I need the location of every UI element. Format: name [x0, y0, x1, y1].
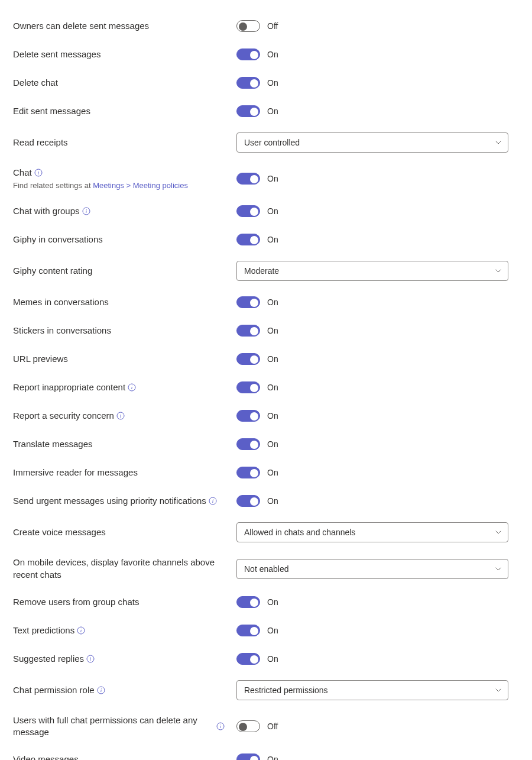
- toggle-remove-group-users[interactable]: [236, 596, 260, 608]
- setting-row-owners-delete-sent: Owners can delete sent messagesOff: [13, 12, 519, 40]
- info-icon[interactable]: i: [82, 207, 90, 215]
- toggle-chat[interactable]: [236, 173, 260, 185]
- setting-label: Send urgent messages using priority noti…: [13, 495, 225, 507]
- setting-label-col: Delete chat: [13, 77, 236, 89]
- setting-control-col: Restricted permissions: [236, 680, 519, 700]
- select-read-receipts[interactable]: User controlled: [236, 132, 508, 153]
- toggle-wrap: On: [236, 625, 278, 636]
- toggle-immersive-reader[interactable]: [236, 467, 260, 478]
- toggle-edit-sent[interactable]: [236, 105, 260, 117]
- setting-label: Chat permission rolei: [13, 684, 225, 696]
- setting-label: Create voice messages: [13, 526, 225, 538]
- select-voice-messages[interactable]: Allowed in chats and channels: [236, 522, 508, 542]
- setting-sublabel-prefix: Find related settings at: [13, 181, 93, 190]
- info-icon[interactable]: i: [97, 686, 105, 694]
- toggle-state-label: On: [267, 297, 278, 307]
- toggle-state-label: On: [267, 755, 278, 760]
- toggle-urgent-priority[interactable]: [236, 495, 260, 507]
- setting-label: Delete sent messages: [13, 48, 225, 60]
- setting-label-text: Suggested replies: [13, 653, 84, 665]
- toggle-full-perm-delete[interactable]: [236, 720, 260, 732]
- setting-label: Text predictionsi: [13, 625, 225, 636]
- setting-label: Report inappropriate contenti: [13, 381, 225, 393]
- toggle-state-label: On: [267, 411, 278, 421]
- setting-row-read-receipts: Read receiptsUser controlled: [13, 125, 519, 160]
- setting-label-col: Memes in conversations: [13, 296, 236, 308]
- toggle-chat-groups[interactable]: [236, 205, 260, 217]
- setting-label-col: Users with full chat permissions can del…: [13, 714, 236, 739]
- setting-control-col: On: [236, 234, 519, 245]
- setting-label-text: Chat with groups: [13, 205, 80, 217]
- setting-label-col: Read receipts: [13, 137, 236, 148]
- info-icon[interactable]: i: [86, 655, 95, 663]
- toggle-text-predictions[interactable]: [236, 625, 260, 636]
- toggle-owners-delete-sent[interactable]: [236, 20, 260, 32]
- setting-label: Delete chat: [13, 77, 225, 89]
- setting-control-col: On: [236, 173, 519, 185]
- setting-label: Suggested repliesi: [13, 653, 225, 665]
- toggle-state-label: On: [267, 354, 278, 364]
- setting-label: Read receipts: [13, 137, 225, 148]
- setting-label-text: Remove users from group chats: [13, 596, 139, 608]
- toggle-wrap: On: [236, 205, 278, 217]
- setting-label-col: Giphy content rating: [13, 265, 236, 277]
- toggle-url-previews[interactable]: [236, 353, 260, 365]
- svg-text:i: i: [90, 656, 92, 662]
- setting-label: Owners can delete sent messages: [13, 20, 225, 32]
- setting-control-col: On: [236, 205, 519, 217]
- toggle-state-label: Off: [267, 722, 278, 731]
- setting-label-text: Owners can delete sent messages: [13, 20, 149, 32]
- related-settings-link[interactable]: Meetings > Meeting policies: [93, 181, 188, 190]
- info-icon[interactable]: i: [209, 497, 217, 505]
- setting-control-col: Not enabled: [236, 559, 519, 579]
- info-icon[interactable]: i: [116, 412, 125, 420]
- setting-label: Giphy in conversations: [13, 234, 225, 245]
- select-value: Not enabled: [244, 564, 289, 574]
- setting-label: Immersive reader for messages: [13, 467, 225, 478]
- setting-control-col: Moderate: [236, 261, 519, 281]
- toggle-memes[interactable]: [236, 296, 260, 308]
- info-icon[interactable]: i: [216, 722, 225, 730]
- select-chat-permission-role[interactable]: Restricted permissions: [236, 680, 508, 700]
- setting-row-video-messages: Video messagesOn: [13, 745, 519, 760]
- toggle-suggested-replies[interactable]: [236, 653, 260, 665]
- select-value: Restricted permissions: [244, 685, 328, 695]
- toggle-translate[interactable]: [236, 438, 260, 450]
- setting-row-chat-permission-role: Chat permission roleiRestricted permissi…: [13, 673, 519, 707]
- setting-label-text: Delete chat: [13, 77, 58, 89]
- toggle-delete-sent[interactable]: [236, 48, 260, 60]
- info-icon[interactable]: i: [77, 626, 85, 635]
- setting-label: Stickers in conversations: [13, 325, 225, 337]
- svg-text:i: i: [100, 687, 102, 693]
- setting-row-translate: Translate messagesOn: [13, 430, 519, 458]
- toggle-stickers[interactable]: [236, 325, 260, 337]
- chevron-down-icon: [495, 687, 502, 694]
- select-giphy-rating[interactable]: Moderate: [236, 261, 508, 281]
- svg-text:i: i: [37, 170, 39, 176]
- toggle-giphy[interactable]: [236, 234, 260, 245]
- setting-label: Report a security concerni: [13, 410, 225, 422]
- setting-label-col: Owners can delete sent messages: [13, 20, 236, 32]
- toggle-report-inappropriate[interactable]: [236, 381, 260, 393]
- setting-row-suggested-replies: Suggested repliesiOn: [13, 645, 519, 673]
- setting-control-col: On: [236, 77, 519, 89]
- toggle-wrap: On: [236, 296, 278, 308]
- info-icon[interactable]: i: [34, 169, 43, 177]
- toggle-state-label: On: [267, 626, 278, 635]
- chevron-down-icon: [495, 139, 502, 146]
- info-icon[interactable]: i: [128, 383, 136, 392]
- setting-label-col: On mobile devices, display favorite chan…: [13, 557, 236, 581]
- toggle-report-security[interactable]: [236, 410, 260, 422]
- svg-text:i: i: [220, 723, 222, 729]
- toggle-video-messages[interactable]: [236, 753, 260, 760]
- setting-label: Chati: [13, 167, 225, 179]
- setting-label-text: Delete sent messages: [13, 48, 100, 60]
- select-value: User controlled: [244, 138, 300, 147]
- setting-label-col: Report a security concerni: [13, 410, 236, 422]
- toggle-wrap: On: [236, 438, 278, 450]
- setting-row-delete-sent: Delete sent messagesOn: [13, 40, 519, 69]
- chevron-down-icon: [495, 267, 502, 274]
- select-mobile-favorite[interactable]: Not enabled: [236, 559, 508, 579]
- toggle-state-label: On: [267, 326, 278, 335]
- toggle-delete-chat[interactable]: [236, 77, 260, 89]
